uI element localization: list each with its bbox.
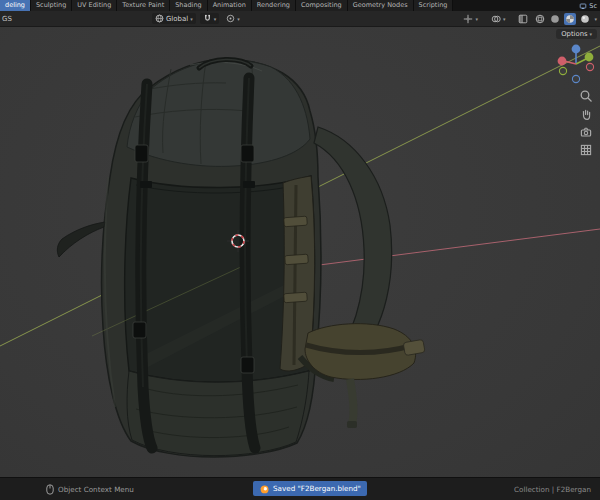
tab-uv-editing[interactable]: UV Editing — [72, 0, 117, 11]
orientation-label: Global — [166, 15, 188, 23]
header-right-controls — [456, 13, 600, 25]
scene-selector[interactable]: Sc — [576, 0, 600, 11]
status-context-hint: Object Context Menu — [46, 478, 134, 500]
header-cropped-text: GS — [2, 15, 12, 23]
chevron-down-icon — [237, 15, 240, 23]
magnet-icon — [203, 14, 212, 23]
shading-rendered-button[interactable] — [579, 13, 591, 25]
mouse-icon — [46, 484, 54, 495]
backpack-lid — [127, 59, 310, 166]
shading-material-button[interactable] — [564, 13, 576, 25]
tabbar-spacer — [453, 0, 576, 11]
blender-window: deling Sculpting UV Editing Texture Pain… — [0, 0, 600, 500]
backpack-waist-pouch — [300, 324, 425, 428]
tab-animation[interactable]: Animation — [208, 0, 252, 11]
viewport-header: GS Global — [0, 11, 600, 27]
gizmo-axis-z[interactable] — [572, 45, 581, 54]
shading-solid-button[interactable] — [549, 13, 561, 25]
camera-icon — [581, 128, 590, 136]
save-notification[interactable]: Saved "F2Bergan.blend" — [253, 481, 367, 496]
camera-view-button[interactable] — [579, 125, 593, 139]
scene-name: Sc — [589, 2, 597, 10]
chevron-down-icon — [190, 15, 193, 23]
navigation-gizmo[interactable] — [554, 42, 598, 86]
workspace-tabbar: deling Sculpting UV Editing Texture Pain… — [0, 0, 600, 11]
gizmo-axis-z-neg[interactable] — [572, 75, 579, 82]
backpack-model[interactable] — [57, 59, 425, 457]
grid-icon — [581, 145, 590, 154]
snap-dropdown[interactable] — [200, 13, 220, 24]
options-label: Options — [561, 30, 587, 38]
pan-button[interactable] — [579, 107, 593, 121]
hand-icon — [584, 110, 590, 119]
material-sphere-icon — [565, 14, 575, 24]
gizmo-axis-x-neg[interactable] — [586, 63, 593, 70]
status-scene-info-text: Collection | F2Bergan — [514, 485, 591, 494]
status-scene-info: Collection | F2Bergan — [514, 478, 600, 500]
circle-dot-icon — [226, 14, 235, 23]
xray-icon — [518, 14, 528, 24]
globe-icon — [155, 14, 164, 23]
gizmo-axis-y[interactable] — [585, 53, 594, 62]
backpack-left-strap — [57, 222, 105, 257]
solid-sphere-icon — [550, 14, 560, 24]
xray-toggle[interactable] — [515, 13, 531, 25]
viewport-tool-column — [579, 89, 593, 157]
ortho-toggle-button[interactable] — [579, 143, 593, 157]
blender-logo-icon — [259, 484, 269, 494]
gizmo-axis-x[interactable] — [558, 57, 567, 66]
status-hint-label: Object Context Menu — [58, 485, 134, 494]
gizmo-axis-y-neg[interactable] — [559, 67, 566, 74]
zoom-button[interactable] — [579, 89, 593, 103]
status-bar: Object Context Menu Saved "F2Bergan.blen… — [0, 477, 600, 500]
tab-shading[interactable]: Shading — [170, 0, 207, 11]
magnifier-icon — [581, 91, 591, 101]
viewport-scene — [0, 27, 600, 478]
shading-wireframe-button[interactable] — [534, 13, 546, 25]
tab-texture-paint[interactable]: Texture Paint — [117, 0, 170, 11]
transform-orientation-dropdown[interactable]: Global — [152, 13, 196, 24]
options-dropdown[interactable]: Options — [556, 29, 597, 39]
overlays-toggle[interactable] — [488, 13, 509, 25]
tab-rendering[interactable]: Rendering — [252, 0, 296, 11]
chevron-down-icon — [589, 30, 592, 38]
wireframe-sphere-icon — [535, 14, 545, 24]
scene-icon — [579, 2, 587, 10]
tab-modeling[interactable]: deling — [0, 0, 31, 11]
chevron-down-icon — [594, 15, 597, 23]
proportional-editing-toggle[interactable] — [223, 13, 243, 24]
chevron-down-icon — [503, 15, 506, 23]
chevron-down-icon — [475, 15, 478, 23]
chevron-down-icon — [214, 15, 217, 23]
tab-sculpting[interactable]: Sculpting — [31, 0, 72, 11]
gizmo-toggle[interactable] — [460, 13, 481, 25]
rendered-sphere-icon — [580, 14, 590, 24]
gizmo-icon — [463, 14, 473, 24]
3d-viewport[interactable]: Options — [0, 27, 600, 478]
tab-scripting[interactable]: Scripting — [414, 0, 454, 11]
tab-compositing[interactable]: Compositing — [296, 0, 348, 11]
overlays-icon — [491, 14, 501, 24]
tab-geometry-nodes[interactable]: Geometry Nodes — [348, 0, 414, 11]
save-notification-text: Saved "F2Bergan.blend" — [273, 484, 361, 493]
